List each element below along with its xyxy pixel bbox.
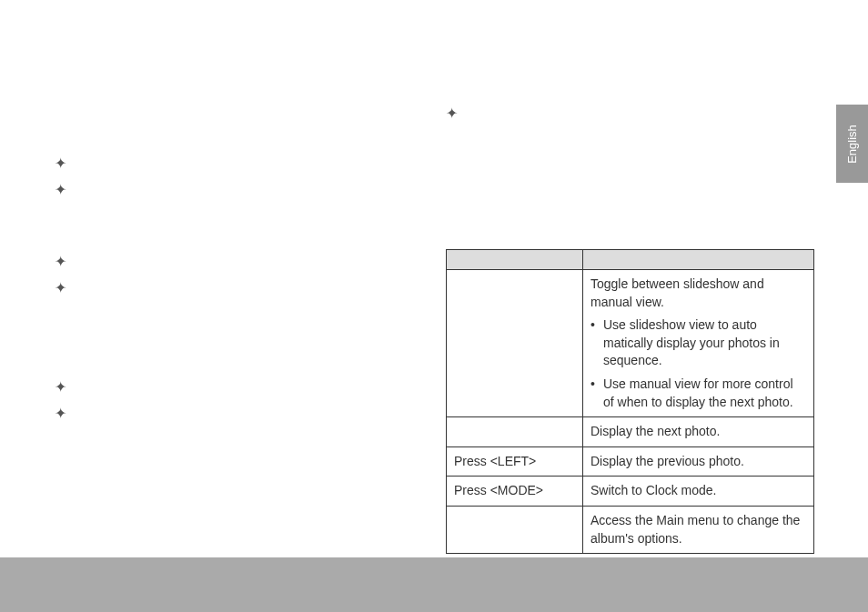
right-column: ✦ Toggle between slideshow and manual vi… [446,105,814,554]
table-row: Access the Main menu to change the album… [447,506,814,553]
description-text: Toggle between slideshow and manual view… [590,276,806,311]
table-row: Toggle between slideshow and manual view… [447,270,814,417]
controls-table: Toggle between slideshow and manual view… [446,249,814,554]
table-cell-description: Display the next photo. [583,417,814,447]
page: English ✦ ✦ ✦ ✦ ✦ ✦ ✦ [0,0,868,612]
bullet-item: ✦ [55,378,419,396]
table-cell-description: Switch to Clock mode. [583,477,814,507]
star-icon: ✦ [55,253,73,270]
table-cell-action [447,417,583,447]
table-cell-description: Display the previous photo. [583,446,814,477]
bullet-item: ✦ [55,181,419,198]
table-cell-description: Access the Main menu to change the album… [583,506,814,553]
table-row: Display the next photo. [447,417,814,447]
star-icon: ✦ [55,181,73,198]
star-icon: ✦ [55,378,73,396]
star-icon: ✦ [55,405,73,422]
sub-bullet-text: Use slideshow view to auto matically dis… [603,316,806,370]
table-cell-description: Toggle between slideshow and manual view… [583,270,814,417]
controls-table-wrap: Toggle between slideshow and manual view… [446,249,814,554]
bullet-dot-icon: • [590,376,603,394]
table-header-row [447,250,814,270]
table-cell-action [447,270,583,417]
language-tab: English [836,105,868,183]
footer-bar [0,557,868,612]
star-icon: ✦ [55,155,73,172]
bullet-dot-icon: • [590,316,603,335]
sub-bullet: • Use slideshow view to auto matically d… [590,316,806,370]
bullet-item: ✦ [55,253,419,270]
table-header-action [447,250,583,270]
left-column: ✦ ✦ ✦ ✦ ✦ ✦ [55,155,419,431]
table-cell-action: Press <MODE> [447,477,583,507]
table-cell-action: Press <LEFT> [447,446,583,477]
table-header-description [583,250,814,270]
bullet-item: ✦ [446,105,814,122]
star-icon: ✦ [55,279,73,296]
table-cell-action [447,506,583,553]
sub-bullet-text: Use manual view for more control of when… [603,376,806,411]
sub-bullet: • Use manual view for more control of wh… [590,376,806,411]
star-icon: ✦ [446,105,464,122]
bullet-item: ✦ [55,279,419,296]
bullet-item: ✦ [55,155,419,172]
table-row: Press <MODE> Switch to Clock mode. [447,477,814,507]
bullet-item: ✦ [55,405,419,422]
table-row: Press <LEFT> Display the previous photo. [447,446,814,477]
language-tab-label: English [845,125,859,164]
